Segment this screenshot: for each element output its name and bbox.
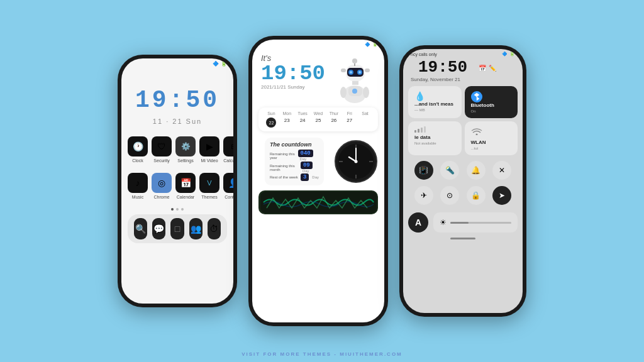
dot-3 [181,208,184,211]
brightness-control[interactable]: ☀ [433,212,518,233]
brightness-icon: ☀ [440,218,447,227]
phone3-bt-icon: 🔷 [502,52,508,57]
toggle-airplane[interactable]: ✈ [414,186,433,205]
dock-search[interactable]: 🔍 [134,218,147,239]
search-icon: 🔍 [135,224,146,234]
phone3-battery-icon: 🔋 [509,52,515,57]
svg-point-15 [363,87,369,98]
page-dots [121,208,233,211]
phone3-calendar-icon: 📅 [479,65,486,72]
security-icon: 🛡 [157,141,166,151]
calendar-icon: 📅 [180,178,191,188]
bell-icon: 🔔 [471,166,480,175]
cc-tile-mobile[interactable]: le data Not available [408,121,462,155]
cc-tiles-row1: 💧 ...and isn't meas — MB Bluetooth [403,86,523,118]
toggle-vibrate[interactable]: 📳 [414,161,433,180]
contacts2-icon: 👥 [191,224,201,234]
rotate-icon: ⊙ [447,191,453,200]
gallery-icon: □ [175,224,180,234]
countdown-row-1: Remaining this year 040 Day [270,150,319,161]
widgets-row: The countdown Remaining this year 040 Da… [258,135,378,188]
app-calendar-label: Calendar [177,195,194,199]
phone2-header: It's 19:50 2021/11/21 Sunday [252,48,384,104]
app-contacts[interactable]: 👤 Contacts [223,173,233,199]
phone3-edit-icon: ✏️ [489,65,496,72]
svg-point-8 [358,71,361,74]
font-button[interactable]: A [408,212,428,233]
app-calculator[interactable]: ⊞ Calculator [223,136,233,163]
svg-point-24 [355,160,358,163]
vibrate-icon: 📳 [419,166,428,175]
dock-gallery[interactable]: □ [170,218,184,239]
app-themes[interactable]: V Themes [199,173,219,199]
cc-tile-wlan[interactable]: WLAN ...tut [465,121,518,155]
countdown-num-3: 3 [301,173,309,181]
emergency-label: ncy calls only [411,52,437,57]
app-contacts-label: Contacts [225,195,233,199]
app-settings[interactable]: ⚙️ Settings [175,136,196,163]
phone-1: 🔷 🔋 19:50 11 · 21 Sun 🕐 Clock 🛡 Security… [118,55,237,307]
calendar-header: Sun Mon Tues Wed Thur Fri Sat [264,111,373,116]
countdown-label-3: Rest of the week [270,175,298,179]
countdown-label-1: Remaining this year [270,152,298,160]
app-clock[interactable]: 🕐 Clock [128,136,148,163]
toggle-bell[interactable]: 🔔 [467,161,486,180]
phone2-bt-icon: 🔷 [365,42,370,47]
phone1-status-bar: 🔷 🔋 [121,58,233,68]
cc-wlan-title: WLAN [471,140,512,145]
app-chrome-label: Chrome [154,195,170,199]
app-calendar[interactable]: 📅 Calendar [175,173,196,199]
toggle-location[interactable]: ➤ [492,186,511,205]
app-music[interactable]: ♪ Music [128,173,148,199]
toggle-lock[interactable]: 🔒 [467,186,486,205]
svg-rect-3 [365,69,370,72]
phone2-time: 19:50 [261,63,328,84]
countdown-unit-3: Day [312,175,319,179]
cc-toggle-row1: 📳 🔦 🔔 ✕ [403,158,523,182]
phone1-app-grid-row1: 🕐 Clock 🛡 Security ⚙️ Settings ▶ Mi Vide… [121,131,233,168]
airplane-icon: ✈ [421,191,427,200]
dot-2 [176,208,179,211]
svg-point-14 [340,87,347,98]
svg-point-26 [475,134,477,136]
countdown-label-2: Remaining this month [270,164,301,172]
cc-data-title: ...and isn't meas [414,101,455,107]
svg-point-9 [352,58,357,63]
countdown-unit-1: Day [300,157,307,161]
app-mi-video[interactable]: ▶ Mi Video [199,136,219,163]
analog-clock [334,140,378,184]
toggle-autorotate[interactable]: ⊙ [440,186,459,205]
countdown-row-3: Rest of the week 3 Day [270,174,319,180]
dock-timer[interactable]: ⏱ [208,218,221,239]
toggle-flashlight[interactable]: 🔦 [440,161,459,180]
toggle-nfc[interactable]: ✕ [492,161,511,180]
calendar-row: 22 23 24 25 26 27 [264,118,373,128]
countdown-title: The countdown [270,141,319,148]
app-themes-label: Themes [201,195,217,199]
dock-contacts[interactable]: 👥 [189,218,203,239]
svg-point-7 [350,71,352,74]
cc-tiles-row2: le data Not available WLAN ...tut [403,121,523,155]
settings-icon: ⚙️ [181,142,191,151]
app-chrome[interactable]: ◎ Chrome [152,173,172,199]
cc-tile-data[interactable]: 💧 ...and isn't meas — MB [408,86,462,118]
phone-2: 🔷 🔋 It's 19:50 2021/11/21 Sunday [248,36,388,326]
phone1-battery-icon: 🔋 [221,61,227,67]
svg-rect-11 [352,81,358,85]
cc-tile-bluetooth[interactable]: Bluetooth On [465,86,518,118]
app-security[interactable]: 🛡 Security [152,136,172,163]
home-indicator [450,238,475,239]
watermark: VISIT FOR MORE THEMES - MIUITHEMER.COM [0,351,644,357]
music-widget [258,190,378,214]
countdown-num-2: 09 [301,162,313,169]
bluetooth-title: Bluetooth [471,102,512,108]
cc-data-sub: — MB [414,108,455,112]
bluetooth-sub: On [471,109,512,113]
phone2-status-bar: 🔷 🔋 [252,40,384,48]
cc-toggle-row2: ✈ ⊙ 🔒 ➤ [403,184,523,207]
clock-icon: 🕐 [133,141,143,151]
dock-messages[interactable]: 💬 [152,218,165,239]
phone3-date: Sunday, November 21 [403,77,523,82]
countdown-widget: The countdown Remaining this year 040 Da… [265,138,324,185]
robot-character [335,53,375,104]
